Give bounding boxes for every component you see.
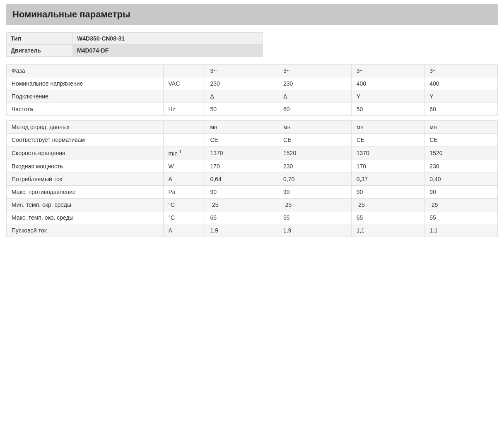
table-row: Потребляемый токA0,640,700,370,40 [7, 172, 498, 185]
unit-cell: °C [163, 211, 205, 224]
value-cell: 50 [205, 103, 278, 116]
value-cell: Y [351, 90, 424, 103]
value-cell: CE [205, 134, 278, 146]
table-row: Номинальное напряжениеVAC230230400400 [7, 77, 498, 90]
value-cell: мн [351, 121, 424, 134]
unit-cell: W [163, 160, 205, 172]
unit-cell: VAC [163, 77, 205, 90]
param-cell: Потребляемый ток [7, 172, 164, 185]
page-title: Номинальные параметры [6, 4, 498, 25]
value-cell: 50 [351, 103, 424, 116]
unit-cell: min-1 [163, 146, 205, 160]
value-cell: 230 [278, 160, 352, 172]
value-cell: 0,40 [424, 172, 498, 185]
param-cell: Входная мощность [7, 160, 164, 172]
value-cell: 1,9 [278, 224, 352, 237]
value-cell: CE [351, 134, 424, 146]
value-cell: Δ [278, 90, 352, 103]
value-cell: 170 [351, 160, 424, 172]
param-cell: Фаза [7, 65, 164, 77]
unit-cell [163, 65, 205, 77]
value-cell: 60 [424, 103, 498, 116]
type-row: Тип W4D350-CN08-31 [7, 33, 263, 45]
table-row: ЧастотаHz50605060 [7, 103, 498, 116]
unit-cell [163, 90, 205, 103]
unit-cell: °C [163, 198, 205, 211]
table-row: ПодключениеΔΔYY [7, 90, 498, 103]
value-cell: 3~ [278, 65, 352, 77]
value-cell: 230 [205, 77, 278, 90]
param-cell: Частота [7, 103, 164, 116]
value-cell: 1,9 [205, 224, 278, 237]
motor-label: Двигатель [7, 45, 73, 57]
value-cell: мн [278, 121, 352, 134]
param-cell: Макс. темп. окр. среды [7, 211, 164, 224]
table-row: Мин. темп. окр. среды°C-25-25-25-25 [7, 198, 498, 211]
table-row: Макс. темп. окр. среды°C65556555 [7, 211, 498, 224]
param-cell: Номинальное напряжение [7, 77, 164, 90]
table-row: Пусковой токA1,91,91,11,1 [7, 224, 498, 237]
value-cell: 55 [278, 211, 352, 224]
value-cell: -25 [424, 198, 498, 211]
param-cell: Макс. противодавление [7, 185, 164, 198]
value-cell: 3~ [205, 65, 278, 77]
param-cell: Метод опред. данных [7, 121, 164, 134]
unit-cell [163, 121, 205, 134]
value-cell: 1520 [278, 146, 352, 160]
value-cell: 90 [278, 185, 352, 198]
unit-cell: Hz [163, 103, 205, 116]
page-wrapper: Номинальные параметры Тип W4D350-CN08-31… [0, 0, 504, 245]
value-cell: 55 [424, 211, 498, 224]
type-value: W4D350-CN08-31 [73, 33, 263, 45]
value-cell: -25 [205, 198, 278, 211]
value-cell: 230 [424, 160, 498, 172]
value-cell: -25 [278, 198, 352, 211]
value-cell: 3~ [424, 65, 498, 77]
value-cell: CE [278, 134, 352, 146]
value-cell: Y [424, 90, 498, 103]
unit-cell: Pa [163, 185, 205, 198]
motor-value: M4D074-DF [73, 45, 263, 57]
table-row: Метод опред. данныхмнмнмнмн [7, 121, 498, 134]
value-cell: 65 [205, 211, 278, 224]
unit-cell: A [163, 224, 205, 237]
value-cell: Δ [205, 90, 278, 103]
unit-cell: A [163, 172, 205, 185]
info-table: Тип W4D350-CN08-31 Двигатель M4D074-DF [6, 32, 263, 57]
value-cell: 0,37 [351, 172, 424, 185]
value-cell: -25 [351, 198, 424, 211]
param-cell: Мин. темп. окр. среды [7, 198, 164, 211]
value-cell: 0,64 [205, 172, 278, 185]
param-cell: Соответствует нормативам [7, 134, 164, 146]
param-cell: Подключение [7, 90, 164, 103]
param-cell: Скорость вращения [7, 146, 164, 160]
value-cell: 1,1 [351, 224, 424, 237]
param-cell: Пусковой ток [7, 224, 164, 237]
value-cell: CE [424, 134, 498, 146]
value-cell: 170 [205, 160, 278, 172]
value-cell: мн [424, 121, 498, 134]
value-cell: 1520 [424, 146, 498, 160]
value-cell: 60 [278, 103, 352, 116]
unit-cell [163, 134, 205, 146]
value-cell: 1370 [351, 146, 424, 160]
value-cell: 90 [205, 185, 278, 198]
value-cell: 90 [424, 185, 498, 198]
value-cell: мн [205, 121, 278, 134]
value-cell: 0,70 [278, 172, 352, 185]
value-cell: 90 [351, 185, 424, 198]
value-cell: 400 [351, 77, 424, 90]
table-row: Фаза3~3~3~3~ [7, 65, 498, 77]
main-params-table: Фаза3~3~3~3~Номинальное напряжениеVAC230… [6, 64, 498, 237]
value-cell: 1370 [205, 146, 278, 160]
table-row: Скорость вращенияmin-11370152013701520 [7, 146, 498, 160]
table-row: Входная мощностьW170230170230 [7, 160, 498, 172]
table-row: Макс. противодавлениеPa90909090 [7, 185, 498, 198]
motor-row: Двигатель M4D074-DF [7, 45, 263, 57]
table-row: Соответствует нормативамCECECECE [7, 134, 498, 146]
value-cell: 65 [351, 211, 424, 224]
value-cell: 3~ [351, 65, 424, 77]
value-cell: 230 [278, 77, 352, 90]
value-cell: 400 [424, 77, 498, 90]
value-cell: 1,1 [424, 224, 498, 237]
